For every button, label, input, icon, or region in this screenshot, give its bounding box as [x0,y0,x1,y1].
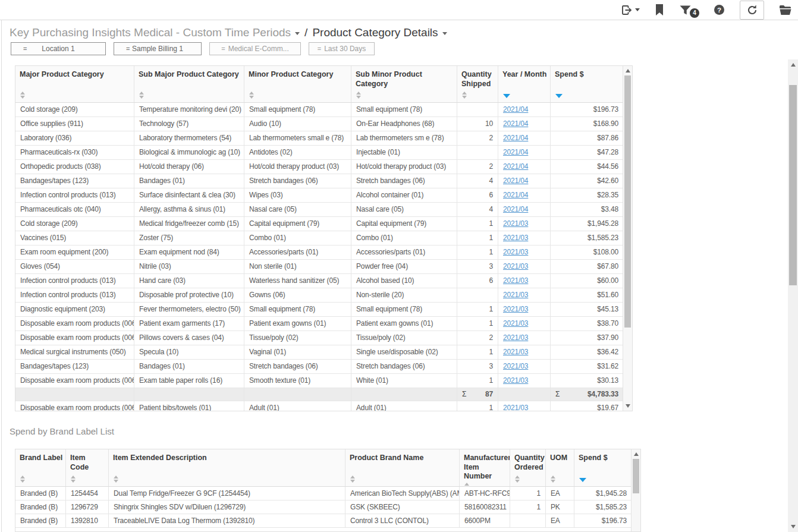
cell: Temperature monitoring devi (20) [134,103,244,117]
column-header[interactable]: Brand Label [15,449,66,486]
cell: 2021/03 [498,288,551,302]
year-month-link[interactable]: 2021/04 [503,177,528,185]
year-month-link[interactable]: 2021/04 [503,191,528,199]
column-header[interactable]: Sub Major Product Category [134,66,244,102]
column-header[interactable]: Minor Product Category [244,66,351,102]
year-month-link[interactable]: 2021/03 [503,234,528,242]
scroll-down-icon[interactable] [623,404,632,408]
table-row: Branded (B)1254454Dual Temp Fridge/Freez… [15,487,640,500]
cell: $36.42 [551,345,624,359]
breadcrumb-separator: / [304,26,307,39]
cell: Branded (B) [15,500,66,514]
scroll-up-icon[interactable] [632,452,640,456]
column-header[interactable]: Year / Month [498,66,551,102]
cell: Nitrile (03) [134,260,244,273]
cell: Smooth texture (01) [244,374,351,388]
filter-button[interactable]: 4 [679,4,692,16]
column-label: Product Brand Name [350,454,457,463]
cell: Medical surgical instruments (050) [15,345,134,359]
brand-table-scrollbar[interactable] [631,449,640,531]
filter-chip[interactable]: =Location 1 [11,42,106,55]
scroll-up-icon[interactable] [788,63,798,67]
scroll-up-icon[interactable] [623,69,632,73]
year-month-link[interactable]: 2021/03 [503,404,528,411]
brand-section-title: Spend by Brand Label List [10,426,114,436]
column-header[interactable]: Item Code [66,449,109,486]
cell: Control 3 LLC (CONTOL) [345,514,460,527]
cell: Diagnostic equipment (203) [15,303,134,316]
year-month-link[interactable]: 2021/03 [503,219,528,228]
column-header[interactable]: Product Brand Name [345,449,460,486]
export-button[interactable] [621,4,640,16]
table-row: Infection control products (013)Hand car… [15,274,632,288]
scroll-down-icon[interactable] [788,525,798,528]
year-month-link[interactable]: 2021/04 [503,105,528,114]
column-header[interactable]: Major Product Category [15,66,134,102]
sort-desc-icon [503,94,510,98]
column-header[interactable]: Spend $ [551,66,624,102]
refresh-button[interactable] [740,1,764,20]
column-header[interactable]: Spend $ [574,449,632,486]
column-header[interactable]: Sub Minor Product Category [351,66,457,102]
year-month-link[interactable]: 2021/03 [503,305,528,313]
year-month-link[interactable]: 2021/04 [503,134,528,142]
cell: Disposable exam room products (006) [15,331,134,345]
year-month-link[interactable]: 2021/04 [503,119,528,128]
cell: 2021/04 [498,203,551,216]
filter-chip[interactable]: =Medical E-Comm... [209,42,301,55]
bookmark-button[interactable] [655,4,664,15]
column-header[interactable]: Quantity Ordered [510,449,546,486]
column-header[interactable]: Manufacturer Item Number [460,449,510,486]
sort-icon [464,481,507,486]
cell: Single use/disposable (02) [351,345,457,359]
year-month-link[interactable]: 2021/04 [503,205,528,213]
cell: $1,585.23 [574,500,632,514]
cell: 1296729 [66,500,109,514]
column-header[interactable]: UOM [546,449,574,486]
page-title-dropdown[interactable]: Product Category Details [312,26,451,39]
filter-bar: =Location 1=Sample Billing 1=Medical E-C… [11,42,375,55]
filter-chip[interactable]: =Sample Billing 1 [114,42,202,55]
year-month-link[interactable]: 2021/03 [503,376,528,385]
filter-operator: = [126,45,130,52]
year-month-link[interactable]: 2021/03 [503,333,528,342]
filter-label: Medical E-Comm... [228,45,289,53]
column-header[interactable]: Quantity Shipped [457,66,498,102]
scrollbar-thumb[interactable] [633,459,639,493]
help-button[interactable]: ? [714,4,725,15]
cell: $1,945.28 [574,487,632,500]
filter-chip[interactable]: =Last 30 Days [309,42,375,55]
page-scrollbar[interactable] [788,59,798,532]
cell: 2021/03 [498,345,551,359]
cell: 2021/04 [498,160,551,174]
year-month-link[interactable]: 2021/03 [503,348,528,356]
scrollbar-thumb[interactable] [789,85,797,285]
cell: Small equipment (78) [244,103,351,117]
cell: Infection control products (013) [15,274,134,288]
year-month-link[interactable]: 2021/04 [503,148,528,156]
column-header[interactable]: Item Extended Description [109,449,345,486]
year-month-link[interactable]: 2021/03 [503,319,528,328]
table-row: Medical surgical instruments (050)Specul… [15,345,632,360]
scrollbar-thumb[interactable] [624,75,631,328]
cell: 1 [510,500,546,514]
year-month-link[interactable]: 2021/04 [503,162,528,171]
cell: Technology (57) [134,117,244,131]
sort-icon [249,90,348,99]
year-month-link[interactable]: 2021/03 [503,276,528,285]
year-month-link[interactable]: 2021/03 [503,362,528,370]
table-row: Pharmaceuticals-rx (030)Biological & imm… [15,146,632,160]
year-month-link[interactable]: 2021/03 [503,248,528,256]
dashboard-title-dropdown[interactable]: Key Purchasing Insights Medical - Custom… [10,26,304,39]
cell: Fever thermometers, electro (50) [134,303,244,316]
sort-icon [461,90,495,99]
folder-button[interactable] [779,5,792,15]
category-table-scrollbar[interactable] [623,66,632,411]
cell: Injectable (01) [351,146,457,159]
cell: Nasal care (05) [244,203,351,216]
cell: 1 [457,245,498,259]
cell: $3.48 [551,203,624,216]
year-month-link[interactable]: 2021/03 [503,291,528,299]
year-month-link[interactable]: 2021/03 [503,262,528,270]
cell: $30.13 [551,374,624,388]
